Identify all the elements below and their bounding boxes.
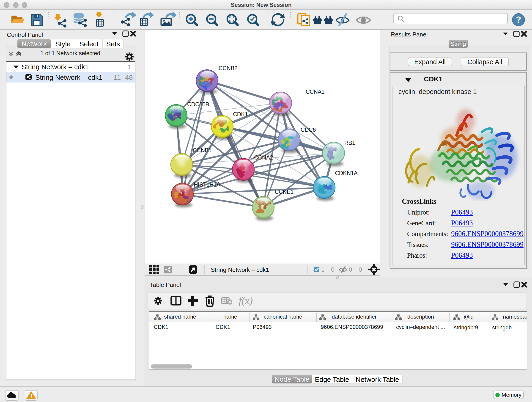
svg-text:0 – 0: 0 – 0 <box>349 266 362 273</box>
svg-text:?: ? <box>516 15 521 25</box>
svg-text:CCNB2: CCNB2 <box>219 65 237 71</box>
svg-text:CDKN1A: CDKN1A <box>335 170 358 176</box>
svg-text:CDK1: CDK1 <box>233 111 248 117</box>
svg-text:f(x): f(x) <box>239 295 253 306</box>
svg-text:CCNE1: CCNE1 <box>275 189 293 195</box>
svg-text:HIST1H1A: HIST1H1A <box>194 181 220 188</box>
svg-text:CDC6: CDC6 <box>301 127 316 133</box>
svg-text:CDC25B: CDC25B <box>187 101 209 108</box>
svg-text:CCNA1: CCNA1 <box>306 89 324 95</box>
svg-text:1 – 0: 1 – 0 <box>321 266 335 273</box>
svg-text:String Network – cdk1: String Network – cdk1 <box>211 266 269 273</box>
svg-text:CCNB1: CCNB1 <box>193 147 211 153</box>
svg-text:RB1: RB1 <box>344 140 355 146</box>
svg-text:CCNA2: CCNA2 <box>254 154 273 161</box>
